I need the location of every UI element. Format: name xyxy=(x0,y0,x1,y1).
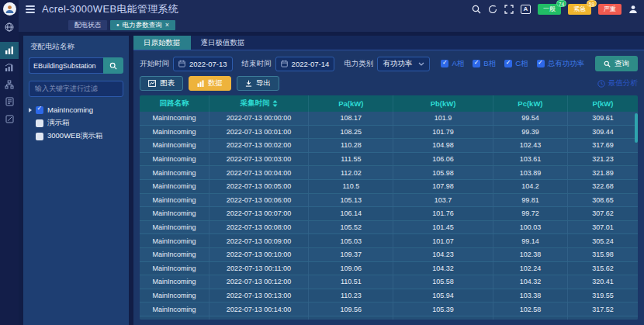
chart-view-button[interactable]: 图表 xyxy=(140,76,183,91)
nav-topology-icon[interactable] xyxy=(0,76,19,93)
line-chart-icon xyxy=(148,80,156,87)
end-date-value: 2022-07-14 xyxy=(292,60,330,68)
tab-daily-raw-data[interactable]: 日原始数据 xyxy=(133,36,191,50)
globe-icon[interactable] xyxy=(5,22,14,32)
tree-checkbox[interactable] xyxy=(36,119,43,127)
nav-bar-chart-icon[interactable] xyxy=(0,42,19,59)
cell-p: 319.55 xyxy=(568,289,638,303)
export-button[interactable]: 导出 xyxy=(237,76,279,91)
data-button-label: 数据 xyxy=(208,78,223,88)
phase-checkbox[interactable]: C相 xyxy=(504,59,528,69)
table-row: MainIncoming 2022-07-13 00:01:00 108.25 … xyxy=(140,126,638,140)
cell-pb: 105.98 xyxy=(393,166,493,179)
table-body: MainIncoming 2022-07-13 00:00:00 108.17 … xyxy=(140,112,638,320)
cell-pa: 109.37 xyxy=(309,248,393,261)
query-button[interactable]: 查询 xyxy=(595,56,638,71)
active-dot-icon: ● xyxy=(116,20,119,30)
alarm-general-button[interactable]: 一般 74 xyxy=(538,4,561,15)
cell-p: 309.61 xyxy=(568,112,638,125)
cell-p: 317.69 xyxy=(568,139,638,152)
alarm-general-label: 一般 xyxy=(543,5,556,12)
cell-pc: 104.32 xyxy=(493,275,568,289)
table-row: MainIncoming 2022-07-13 00:06:00 105.13 … xyxy=(140,194,638,208)
cell-pb: 103.7 xyxy=(393,194,493,207)
tree-item[interactable]: 演示箱 xyxy=(29,116,123,130)
cell-pb: 101.07 xyxy=(393,234,493,247)
cell-p: 320.41 xyxy=(568,275,638,289)
table-row: MainIncoming 2022-07-13 00:10:00 109.37 … xyxy=(140,248,638,262)
checkbox-icon[interactable] xyxy=(504,60,512,67)
phase-checkbox[interactable]: A相 xyxy=(441,59,464,69)
cell-pb: 104.23 xyxy=(393,248,493,261)
cell-pa: 110.5 xyxy=(309,180,393,193)
start-date-picker[interactable]: 2022-07-13 xyxy=(173,57,233,71)
col-pa: Pa(kW) xyxy=(309,95,393,112)
checkbox-icon[interactable] xyxy=(441,60,448,67)
cell-collect-time: 2022-07-13 00:03:00 xyxy=(209,153,309,166)
tree-item-label: MainIncoming xyxy=(47,105,93,114)
end-date-picker[interactable]: 2022-07-14 xyxy=(275,57,335,71)
cell-pb: 105.58 xyxy=(393,275,493,289)
tab-daily-extreme-data[interactable]: 逐日极值数据 xyxy=(191,36,255,50)
menu-icon[interactable] xyxy=(26,5,35,13)
alarm-severe-button[interactable]: 严重 xyxy=(598,4,621,15)
tree-checkbox[interactable] xyxy=(36,106,43,114)
table-scrollbar-thumb[interactable] xyxy=(635,113,638,143)
cell-pa: 110.28 xyxy=(309,139,393,152)
cell-circuit-name: MainIncoming xyxy=(140,262,209,275)
data-view-button[interactable]: 数据 xyxy=(189,76,231,91)
cell-p: 309.44 xyxy=(568,126,638,139)
tree-item[interactable]: 3000WEB演示箱 xyxy=(29,130,123,143)
tree-checkbox[interactable] xyxy=(36,133,43,140)
alarm-urgent-button[interactable]: 紧急 59 xyxy=(568,4,591,15)
tree-item[interactable]: MainIncoming xyxy=(29,103,123,116)
cell-pc: 99.81 xyxy=(493,194,568,207)
cell-pc: 102.38 xyxy=(493,248,568,261)
nav-edit-icon[interactable] xyxy=(0,110,19,127)
fullscreen-icon[interactable] xyxy=(504,5,514,14)
crumb-tab-status[interactable]: 配电状态 xyxy=(68,20,107,30)
nav-icons xyxy=(0,42,19,127)
cell-circuit-name: MainIncoming xyxy=(140,139,209,152)
cell-collect-time: 2022-07-13 00:07:00 xyxy=(209,207,309,220)
extreme-analysis-link[interactable]: 最值分析 xyxy=(597,78,638,88)
nav-analytics-icon[interactable] xyxy=(0,59,19,76)
col-collect-time[interactable]: 采集时间 xyxy=(209,95,309,112)
phase-checkbox[interactable]: 总有功功率 xyxy=(537,59,585,69)
tree-item-label: 演示箱 xyxy=(47,118,70,128)
cell-pa: 105.52 xyxy=(309,221,393,234)
alarm-urgent-badge: 59 xyxy=(587,0,597,7)
translate-icon[interactable]: A xyxy=(521,5,531,14)
user-avatar-icon[interactable] xyxy=(3,2,16,16)
nav-report-icon[interactable] xyxy=(0,93,19,110)
substation-search-input[interactable] xyxy=(29,57,103,74)
checkbox-icon[interactable] xyxy=(537,60,545,67)
checkbox-icon[interactable] xyxy=(473,60,480,67)
cell-p: 315.98 xyxy=(568,248,638,261)
magnifier-icon xyxy=(604,61,611,67)
cell-pa: 109.06 xyxy=(309,262,393,275)
cell-collect-time: 2022-07-13 00:09:00 xyxy=(209,234,309,247)
cell-circuit-name: MainIncoming xyxy=(140,248,209,261)
caret-icon[interactable] xyxy=(29,108,32,112)
crumb-tab-query[interactable]: ● 电力参数查询 × xyxy=(110,20,175,30)
substation-search-button[interactable] xyxy=(103,57,123,74)
user-icon[interactable] xyxy=(628,5,638,14)
table-row: MainIncoming 2022-07-13 00:14:00 109.56 … xyxy=(140,303,638,316)
search-icon[interactable] xyxy=(472,5,481,14)
phase-label: 总有功功率 xyxy=(548,59,585,69)
tree-filter-input[interactable] xyxy=(29,81,123,97)
end-time-label: 结束时间 xyxy=(242,59,272,69)
cell-circuit-name: MainIncoming xyxy=(140,180,209,193)
power-category-value: 有功功率 xyxy=(383,59,418,69)
power-category-select[interactable]: 有功功率 xyxy=(377,57,430,71)
cell-pc: 102.24 xyxy=(493,262,568,275)
cell-pb: 106.06 xyxy=(393,153,493,166)
cell-pb: 104.98 xyxy=(393,139,493,152)
table-row: MainIncoming 2022-07-13 00:15:00 110.35 … xyxy=(140,316,638,320)
refresh-icon[interactable] xyxy=(488,5,497,14)
close-icon[interactable]: × xyxy=(165,20,169,30)
cell-pa: 110.23 xyxy=(309,289,393,303)
cell-collect-time: 2022-07-13 00:05:00 xyxy=(209,180,309,193)
phase-checkbox[interactable]: B相 xyxy=(473,59,496,69)
